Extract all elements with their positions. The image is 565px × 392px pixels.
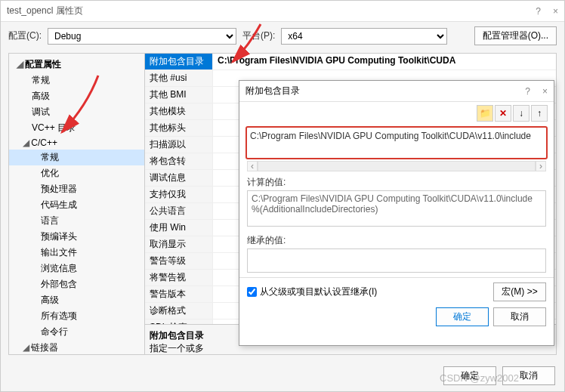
config-row: 配置(C): Debug 平台(P): x64 配置管理器(O)... xyxy=(1,22,564,50)
move-up-icon[interactable]: ↑ xyxy=(531,105,548,122)
tree-item[interactable]: ◢ C/C++ xyxy=(9,136,144,150)
inherit-checkbox-input[interactable] xyxy=(247,287,257,297)
tree-item[interactable]: 优化 xyxy=(9,165,144,181)
dialog-cancel-button[interactable]: 取消 xyxy=(493,307,546,326)
calculated-values: C:\Program Files\NVIDIA GPU Computing To… xyxy=(247,190,546,227)
tree-item[interactable]: 输出文件 xyxy=(9,245,144,261)
delete-icon[interactable]: ✕ xyxy=(495,105,511,122)
property-label: 调试信息 xyxy=(145,170,213,186)
tree-item[interactable]: 浏览信息 xyxy=(9,261,144,276)
property-label: 使用 Win xyxy=(145,220,213,236)
scroll-left-icon[interactable]: ‹ xyxy=(247,161,258,171)
main-footer: 确定 取消 xyxy=(443,366,555,385)
dialog-title: 附加包含目录 xyxy=(245,85,300,97)
property-label: 其他 #usi xyxy=(145,70,213,86)
tree-item[interactable]: 高级 xyxy=(9,292,144,308)
dialog-toolbar: 📁 ✕ ↓ ↑ xyxy=(239,102,554,125)
tree-item[interactable]: 所有选项 xyxy=(9,308,144,324)
tree-item[interactable]: 常规 xyxy=(9,150,144,165)
dialog-bottom: 从父级或项目默认设置继承(I) 宏(M) >> xyxy=(239,277,554,306)
config-manager-button[interactable]: 配置管理器(O)... xyxy=(474,26,557,45)
close-icon[interactable]: × xyxy=(553,6,558,17)
tree-item[interactable]: ◢ 配置属性 xyxy=(9,57,144,73)
move-down-icon[interactable]: ↓ xyxy=(513,105,529,122)
main-titlebar: test_opencl 属性页 ? × xyxy=(1,1,564,22)
tree-item[interactable]: 命令行 xyxy=(9,324,144,340)
property-label: 取消显示 xyxy=(145,236,213,252)
tree-item[interactable]: 常规 xyxy=(9,73,144,88)
path-edit-area[interactable]: C:\Program Files\NVIDIA GPU Computing To… xyxy=(245,126,548,159)
property-value: C:\Program Files\NVIDIA GPU Computing To… xyxy=(213,54,556,69)
tree-item[interactable]: 代码生成 xyxy=(9,197,144,213)
property-label: 将包含转 xyxy=(145,153,213,169)
property-label: 支持仅我 xyxy=(145,187,213,202)
property-label: 其他标头 xyxy=(145,120,213,136)
tree-item[interactable]: 外部包含 xyxy=(9,276,144,292)
property-label: 警告版本 xyxy=(145,286,213,302)
help-icon[interactable]: ? xyxy=(536,6,541,17)
h-scrollbar[interactable]: ‹ › xyxy=(247,161,546,171)
property-label: 公共语言 xyxy=(145,203,213,219)
tree-item[interactable]: VC++ 目录 xyxy=(9,120,144,136)
property-label: 诊断格式 xyxy=(145,303,213,319)
cancel-button[interactable]: 取消 xyxy=(502,366,555,385)
property-row[interactable]: 附加包含目录C:\Program Files\NVIDIA GPU Comput… xyxy=(145,54,556,70)
tree-item[interactable]: 预处理器 xyxy=(9,181,144,197)
tree-item[interactable]: 高级 xyxy=(9,88,144,104)
ok-button[interactable]: 确定 xyxy=(443,366,496,385)
inherit-label: 继承的值: xyxy=(239,231,554,248)
tree-item[interactable]: ◢ 链接器 xyxy=(9,340,144,354)
tree-item[interactable]: 预编译头 xyxy=(9,229,144,245)
tree-item[interactable]: 语言 xyxy=(9,213,144,229)
tree-item[interactable]: 调试 xyxy=(9,104,144,120)
inherited-values xyxy=(247,248,546,273)
platform-label: 平台(P): xyxy=(242,29,275,42)
folder-icon[interactable]: 📁 xyxy=(477,105,493,122)
property-label: 其他 BMI xyxy=(145,87,213,103)
platform-select[interactable]: x64 xyxy=(281,28,447,45)
property-label: 附加包含目录 xyxy=(145,54,213,69)
config-select[interactable]: Debug xyxy=(48,28,236,45)
dialog-close-icon[interactable]: × xyxy=(542,86,548,97)
property-label: 将警告视 xyxy=(145,270,213,286)
calc-label: 计算的值: xyxy=(239,173,554,190)
nav-tree[interactable]: ◢ 配置属性常规高级调试VC++ 目录◢ C/C++常规优化预处理器代码生成语言… xyxy=(9,54,145,354)
property-label: 扫描源以 xyxy=(145,137,213,153)
window-title: test_opencl 属性页 xyxy=(7,5,83,17)
dialog-ok-button[interactable]: 确定 xyxy=(436,307,489,326)
dialog-help-icon[interactable]: ? xyxy=(525,86,530,97)
property-label: 警告等级 xyxy=(145,253,213,269)
scroll-right-icon[interactable]: › xyxy=(536,161,546,171)
path-value: C:\Program Files\NVIDIA GPU Computing To… xyxy=(250,131,543,141)
macro-button[interactable]: 宏(M) >> xyxy=(493,282,546,301)
dialog-controls: ? × xyxy=(525,86,548,97)
dialog-titlebar: 附加包含目录 ? × xyxy=(239,81,554,102)
property-label: 其他模块 xyxy=(145,103,213,119)
include-dirs-dialog: 附加包含目录 ? × 📁 ✕ ↓ ↑ C:\Program Files\NVID… xyxy=(239,80,554,346)
inherit-checkbox[interactable]: 从父级或项目默认设置继承(I) xyxy=(247,286,377,298)
config-label: 配置(C): xyxy=(8,29,42,42)
window-controls: ? × xyxy=(536,6,558,17)
